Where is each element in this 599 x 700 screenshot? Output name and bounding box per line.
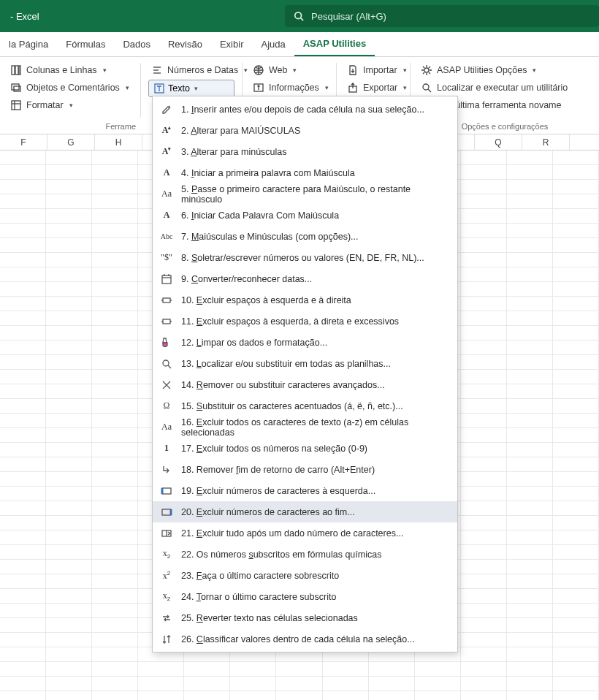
menu-item-12[interactable]: 12. Limpar os dados e formatação... <box>153 332 457 353</box>
cell[interactable] <box>507 618 553 633</box>
cell[interactable] <box>507 414 553 428</box>
menu-item-9[interactable]: 9. Converter/reconhecer datas... <box>153 268 457 289</box>
cell[interactable] <box>46 414 92 428</box>
cell[interactable] <box>0 472 46 487</box>
cell[interactable] <box>461 516 507 530</box>
tab-exibir[interactable]: Exibir <box>211 32 253 56</box>
cell[interactable] <box>507 662 553 677</box>
cell[interactable] <box>138 691 184 700</box>
cell[interactable] <box>230 662 276 677</box>
cell[interactable] <box>507 647 553 662</box>
cell[interactable] <box>461 180 507 194</box>
cell[interactable] <box>461 472 507 487</box>
cell[interactable] <box>184 691 230 700</box>
cell[interactable] <box>553 282 599 297</box>
cell[interactable] <box>0 457 46 472</box>
cell[interactable] <box>92 545 138 560</box>
cell[interactable] <box>507 589 553 604</box>
cell[interactable] <box>0 282 46 297</box>
cell[interactable] <box>553 662 599 677</box>
cell[interactable] <box>553 530 599 545</box>
cell[interactable] <box>461 647 507 662</box>
cell[interactable] <box>507 165 553 180</box>
cell[interactable] <box>507 545 553 560</box>
column-header[interactable]: H <box>95 134 142 150</box>
cell[interactable] <box>507 574 553 589</box>
cell[interactable] <box>0 151 46 165</box>
cell[interactable] <box>92 194 138 209</box>
cell[interactable] <box>92 253 138 267</box>
cell[interactable] <box>553 355 599 370</box>
cell[interactable] <box>46 662 92 677</box>
menu-item-10[interactable]: 10. Excluir espaços à esquerda e à direi… <box>153 289 457 311</box>
cell[interactable] <box>553 297 599 311</box>
cell[interactable] <box>0 370 46 384</box>
menu-item-7[interactable]: Abc7. Maiúsculas e Minúsculas (com opçõe… <box>153 226 457 247</box>
cell[interactable] <box>0 677 46 691</box>
cell[interactable] <box>0 545 46 560</box>
cell[interactable] <box>92 180 138 194</box>
cell[interactable] <box>507 341 553 355</box>
cell[interactable] <box>0 355 46 370</box>
cell[interactable] <box>507 472 553 487</box>
cell[interactable] <box>46 633 92 647</box>
cell[interactable] <box>46 267 92 282</box>
cell[interactable] <box>461 428 507 443</box>
cell[interactable] <box>0 194 46 209</box>
cell[interactable] <box>507 151 553 165</box>
cell[interactable] <box>46 311 92 326</box>
menu-item-8[interactable]: "$"8. Soletrar/escrever números ou valor… <box>153 247 457 268</box>
menu-item-18[interactable]: 18. Remover fim de retorno de carro (Alt… <box>153 459 457 480</box>
cell[interactable] <box>461 662 507 677</box>
menu-item-13[interactable]: 13. Localizar e/ou substituir em todas a… <box>153 353 457 374</box>
cell[interactable] <box>461 151 507 165</box>
cell[interactable] <box>553 341 599 355</box>
cell[interactable] <box>507 501 553 516</box>
cell[interactable] <box>46 457 92 472</box>
btn-colunas-linhas[interactable]: Colunas e Linhas▾ <box>7 61 133 79</box>
cell[interactable] <box>92 282 138 297</box>
cell[interactable] <box>92 677 138 691</box>
menu-item-19[interactable]: 19. Excluir números de caracteres à esqu… <box>153 480 457 501</box>
cell[interactable] <box>507 677 553 691</box>
cell[interactable] <box>553 618 599 633</box>
cell[interactable] <box>92 647 138 662</box>
cell[interactable] <box>553 267 599 282</box>
cell[interactable] <box>92 457 138 472</box>
cell[interactable] <box>0 341 46 355</box>
cell[interactable] <box>92 428 138 443</box>
cell[interactable] <box>461 341 507 355</box>
cell[interactable] <box>461 604 507 618</box>
cell[interactable] <box>276 691 322 700</box>
cell[interactable] <box>461 399 507 414</box>
cell[interactable] <box>0 180 46 194</box>
cell[interactable] <box>553 151 599 165</box>
cell[interactable] <box>461 311 507 326</box>
cell[interactable] <box>553 501 599 516</box>
cell[interactable] <box>46 399 92 414</box>
menu-item-1[interactable]: 1. Inserir antes e/ou depois de cada cél… <box>153 99 457 120</box>
cell[interactable] <box>0 604 46 618</box>
cell[interactable] <box>46 151 92 165</box>
cell[interactable] <box>323 677 369 691</box>
menu-item-11[interactable]: 11. Excluir espaços à esquerda, à direta… <box>153 311 457 332</box>
cell[interactable] <box>461 297 507 311</box>
btn-asap-opcoes[interactable]: ASAP Utilities Opções▾ <box>418 61 592 79</box>
cell[interactable] <box>46 180 92 194</box>
menu-item-16[interactable]: Aa16. Excluir todos os caracteres de tex… <box>153 416 457 438</box>
cell[interactable] <box>553 545 599 560</box>
cell[interactable] <box>46 341 92 355</box>
cell[interactable] <box>553 384 599 399</box>
cell[interactable] <box>0 209 46 224</box>
cell[interactable] <box>46 238 92 253</box>
column-header[interactable]: G <box>47 134 95 150</box>
cell[interactable] <box>0 691 46 700</box>
cell[interactable] <box>46 472 92 487</box>
cell[interactable] <box>230 677 276 691</box>
cell[interactable] <box>92 311 138 326</box>
cell[interactable] <box>461 457 507 472</box>
cell[interactable] <box>92 165 138 180</box>
cell[interactable] <box>46 530 92 545</box>
cell[interactable] <box>92 399 138 414</box>
cell[interactable] <box>92 560 138 574</box>
